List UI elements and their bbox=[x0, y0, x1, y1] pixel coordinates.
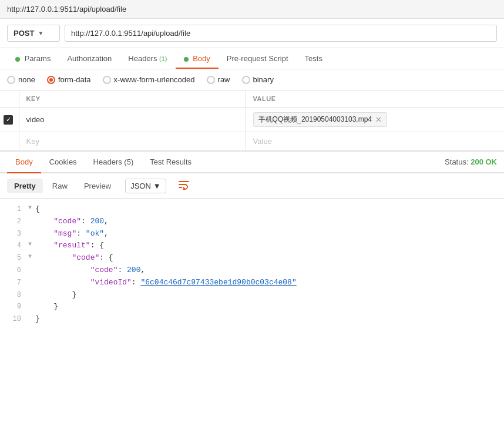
line-num-4: 4 bbox=[5, 240, 21, 251]
json-line-8: 8 } bbox=[0, 289, 504, 301]
tab-authorization-label: Authorization bbox=[67, 54, 112, 63]
code-tab-pretty[interactable]: Pretty bbox=[7, 179, 43, 193]
row-value-cell[interactable]: 手机QQ视频_20190504003103.mp4 ✕ bbox=[246, 108, 504, 132]
fold-8 bbox=[28, 289, 35, 299]
radio-form-data-inner bbox=[49, 78, 53, 82]
format-select[interactable]: JSON ▼ bbox=[125, 179, 166, 193]
radio-form-data-label: form-data bbox=[58, 75, 91, 84]
row-key-value: video bbox=[26, 115, 45, 124]
tab-params-label: Params bbox=[25, 54, 51, 63]
empty-check-col bbox=[0, 132, 19, 151]
th-value: VALUE bbox=[246, 90, 504, 108]
value-placeholder: Value bbox=[253, 137, 272, 146]
tab-pre-request-label: Pre-request Script bbox=[227, 54, 288, 63]
tab-body[interactable]: Body bbox=[176, 48, 219, 69]
radio-none[interactable]: none bbox=[7, 75, 35, 84]
json-content-9: } bbox=[35, 301, 58, 313]
json-content-8: } bbox=[35, 289, 76, 301]
json-content-4: "result": { bbox=[35, 240, 104, 252]
code-tab-preview[interactable]: Preview bbox=[77, 179, 118, 193]
wrap-button[interactable] bbox=[173, 177, 194, 194]
radio-raw-label: raw bbox=[218, 75, 230, 84]
radio-urlencoded[interactable]: x-www-form-urlencoded bbox=[103, 75, 195, 84]
tab-headers-label: Headers bbox=[128, 54, 159, 63]
params-dot bbox=[15, 57, 20, 62]
radio-binary-circle bbox=[242, 76, 250, 84]
request-tabs-row: Params Authorization Headers (1) Body Pr… bbox=[0, 48, 504, 69]
request-row: POST ▼ bbox=[0, 19, 504, 48]
status-label: Status: bbox=[445, 157, 471, 166]
fold-3 bbox=[28, 228, 35, 237]
radio-raw-circle bbox=[207, 76, 215, 84]
file-chip-remove-icon[interactable]: ✕ bbox=[375, 115, 382, 124]
body-dot bbox=[184, 57, 189, 62]
radio-binary[interactable]: binary bbox=[242, 75, 274, 84]
line-num-2: 2 bbox=[5, 216, 21, 227]
chevron-down-icon: ▼ bbox=[38, 30, 43, 36]
method-label: POST bbox=[14, 29, 34, 38]
json-line-3: 3 "msg": "ok", bbox=[0, 228, 504, 240]
table-row: ✓ video 手机QQ视频_20190504003103.mp4 ✕ bbox=[0, 108, 504, 132]
json-line-7: 7 "videoId": "6c04c46d7c97433ebe1d90b0c0… bbox=[0, 277, 504, 289]
json-line-9: 9 } bbox=[0, 301, 504, 313]
method-select[interactable]: POST ▼ bbox=[7, 25, 60, 42]
response-tab-cookies-label: Cookies bbox=[49, 157, 77, 166]
headers-badge: (1) bbox=[159, 55, 167, 62]
tab-params[interactable]: Params bbox=[7, 48, 59, 69]
line-num-6: 6 bbox=[5, 264, 21, 276]
fold-4[interactable]: ▼ bbox=[28, 240, 35, 249]
json-content-5: "code": { bbox=[35, 252, 113, 264]
radio-form-data[interactable]: form-data bbox=[47, 75, 91, 84]
row-checkbox[interactable]: ✓ bbox=[0, 108, 19, 132]
response-tab-body[interactable]: Body bbox=[7, 152, 41, 172]
response-tab-cookies[interactable]: Cookies bbox=[41, 152, 85, 172]
row-key-cell[interactable]: video bbox=[19, 108, 246, 132]
radio-urlencoded-label: x-www-form-urlencoded bbox=[114, 75, 195, 84]
code-tab-raw[interactable]: Raw bbox=[45, 179, 75, 193]
empty-value-cell[interactable]: Value bbox=[246, 132, 504, 151]
tab-authorization[interactable]: Authorization bbox=[59, 48, 120, 69]
table-row-empty: Key Value bbox=[0, 132, 504, 151]
json-line-5: 5 ▼ "code": { bbox=[0, 252, 504, 264]
url-input[interactable] bbox=[65, 25, 497, 42]
key-placeholder: Key bbox=[26, 137, 39, 146]
response-tab-test-results[interactable]: Test Results bbox=[142, 152, 200, 172]
tab-body-label: Body bbox=[193, 54, 210, 63]
line-num-3: 3 bbox=[5, 228, 21, 240]
line-num-8: 8 bbox=[5, 289, 21, 301]
radio-form-data-circle bbox=[47, 76, 55, 84]
fold-1[interactable]: ▼ bbox=[28, 203, 35, 213]
json-content-1: { bbox=[35, 203, 40, 216]
th-check bbox=[0, 90, 19, 108]
tab-tests[interactable]: Tests bbox=[297, 48, 331, 69]
file-chip-name: 手机QQ视频_20190504003103.mp4 bbox=[258, 115, 372, 125]
line-num-1: 1 bbox=[5, 203, 21, 215]
format-label: JSON bbox=[130, 182, 151, 190]
response-tab-headers-label: Headers (5) bbox=[93, 157, 134, 166]
tab-tests-label: Tests bbox=[305, 54, 322, 63]
json-content-7: "videoId": "6c04c46d7c97433ebe1d90b0c03c… bbox=[35, 277, 297, 289]
fold-7 bbox=[28, 277, 35, 286]
url-bar: http://127.0.0.1:9511/api/upload/file bbox=[0, 0, 504, 19]
json-line-6: 6 "code": 200, bbox=[0, 264, 504, 277]
radio-raw[interactable]: raw bbox=[207, 75, 230, 84]
json-line-4: 4 ▼ "result": { bbox=[0, 240, 504, 252]
line-num-9: 9 bbox=[5, 301, 21, 313]
response-tab-test-results-label: Test Results bbox=[150, 157, 191, 166]
tab-headers[interactable]: Headers (1) bbox=[120, 48, 175, 69]
fold-5[interactable]: ▼ bbox=[28, 252, 35, 261]
checkbox-checked-icon: ✓ bbox=[4, 115, 13, 125]
response-tab-headers[interactable]: Headers (5) bbox=[85, 152, 142, 172]
json-line-1: 1 ▼ { bbox=[0, 203, 504, 216]
th-key: KEY bbox=[19, 90, 246, 108]
radio-binary-label: binary bbox=[253, 75, 274, 84]
status-code: 200 OK bbox=[471, 157, 497, 166]
empty-key-cell[interactable]: Key bbox=[19, 132, 246, 151]
line-num-7: 7 bbox=[5, 277, 21, 289]
json-content-10: } bbox=[35, 313, 40, 326]
fold-2 bbox=[28, 216, 35, 225]
tab-pre-request[interactable]: Pre-request Script bbox=[219, 48, 297, 69]
json-content-6: "code": 200, bbox=[35, 264, 145, 277]
fold-10 bbox=[28, 313, 35, 323]
kv-table: KEY VALUE ✓ video 手机QQ视频_20190504003103.… bbox=[0, 90, 504, 151]
